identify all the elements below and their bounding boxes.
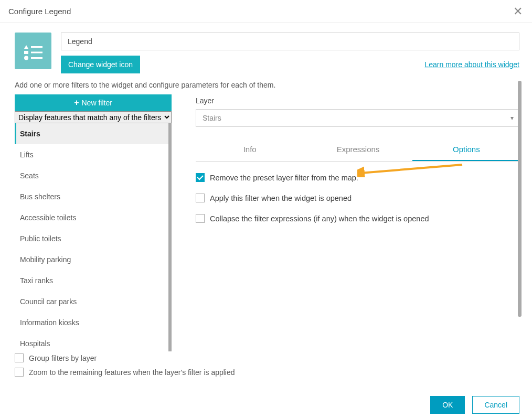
- svg-rect-3: [31, 52, 42, 53]
- change-widget-icon-button[interactable]: Change widget icon: [61, 56, 140, 73]
- checkbox-icon: [15, 368, 24, 377]
- bottom-options: Group filters by layer Zoom to the remai…: [0, 351, 532, 377]
- tab-options[interactable]: Options: [412, 140, 520, 161]
- widget-summary-row: Change widget icon Learn more about this…: [0, 23, 532, 73]
- svg-marker-0: [24, 45, 28, 49]
- checkbox-icon: [196, 194, 205, 202]
- tab-expressions[interactable]: Expressions: [304, 140, 412, 161]
- match-mode-select[interactable]: Display features that match any of the f…: [15, 111, 172, 123]
- svg-point-4: [24, 56, 28, 60]
- filter-item[interactable]: Council car parks: [15, 291, 168, 312]
- group-filters-checkbox[interactable]: Group filters by layer: [15, 353, 517, 362]
- filter-item[interactable]: Mobility parking: [15, 249, 168, 270]
- layer-label: Layer: [196, 97, 520, 105]
- layer-select[interactable]: Stairs ▾: [196, 109, 520, 127]
- option-checkbox[interactable]: Collapse the filter expressions (if any)…: [196, 214, 520, 223]
- filters-panel: + New filter Display features that match…: [15, 94, 172, 351]
- new-filter-label: New filter: [81, 99, 112, 107]
- chevron-down-icon: ▾: [510, 114, 514, 122]
- learn-more-link[interactable]: Learn more about this widget: [424, 60, 519, 69]
- filter-detail-panel: Layer Stairs ▾ InfoExpressionsOptions Re…: [196, 94, 520, 351]
- dialog-footer: OK Cancel: [0, 390, 532, 418]
- filter-item[interactable]: Bus shelters: [15, 186, 168, 207]
- detail-tabs: InfoExpressionsOptions: [196, 140, 520, 162]
- option-label: Remove the preset layer filter from the …: [210, 174, 358, 182]
- widget-name-input[interactable]: [61, 33, 519, 50]
- svg-rect-2: [24, 51, 28, 54]
- filter-item[interactable]: Seats: [15, 165, 168, 186]
- layer-select-value: Stairs: [203, 114, 221, 122]
- checkbox-icon: [196, 173, 205, 182]
- option-checkbox[interactable]: Apply this filter when the widget is ope…: [196, 194, 520, 202]
- options-pane: Remove the preset layer filter from the …: [196, 162, 520, 223]
- svg-rect-1: [31, 46, 42, 48]
- configure-legend-dialog: Configure Legend ✕ Change widget icon Le…: [0, 0, 532, 377]
- ok-button[interactable]: OK: [430, 396, 465, 414]
- checkbox-icon: [15, 353, 24, 362]
- tab-info[interactable]: Info: [196, 140, 304, 161]
- filter-item[interactable]: Taxi ranks: [15, 270, 168, 291]
- filter-item[interactable]: Lifts: [15, 144, 168, 165]
- dialog-header: Configure Legend ✕: [0, 0, 532, 23]
- filter-item[interactable]: Public toilets: [15, 228, 168, 249]
- filter-item[interactable]: Accessible toilets: [15, 207, 168, 228]
- filter-item[interactable]: Hospitals: [15, 333, 168, 351]
- widget-icon: [15, 33, 51, 69]
- group-filters-label: Group filters by layer: [29, 354, 97, 362]
- dialog-title: Configure Legend: [8, 7, 71, 16]
- filter-item[interactable]: Stairs: [15, 123, 168, 144]
- close-icon[interactable]: ✕: [513, 7, 523, 16]
- cancel-button[interactable]: Cancel: [472, 396, 519, 414]
- zoom-remaining-checkbox[interactable]: Zoom to the remaining features when the …: [15, 368, 517, 377]
- config-body: + New filter Display features that match…: [0, 94, 532, 351]
- option-label: Apply this filter when the widget is ope…: [210, 194, 352, 202]
- legend-icon: [22, 39, 45, 62]
- zoom-remaining-label: Zoom to the remaining features when the …: [29, 368, 235, 377]
- option-label: Collapse the filter expressions (if any)…: [210, 215, 429, 223]
- option-checkbox[interactable]: Remove the preset layer filter from the …: [196, 173, 520, 182]
- widget-description: Add one or more filters to the widget an…: [0, 73, 532, 94]
- widget-meta: Change widget icon Learn more about this…: [61, 33, 519, 73]
- new-filter-button[interactable]: + New filter: [15, 94, 172, 111]
- plus-icon: +: [74, 99, 79, 106]
- checkbox-icon: [196, 214, 205, 223]
- body-scrollbar[interactable]: [518, 81, 522, 376]
- filter-item[interactable]: Information kiosks: [15, 312, 168, 333]
- filter-list[interactable]: StairsLiftsSeatsBus sheltersAccessible t…: [15, 123, 172, 351]
- svg-rect-5: [31, 57, 42, 59]
